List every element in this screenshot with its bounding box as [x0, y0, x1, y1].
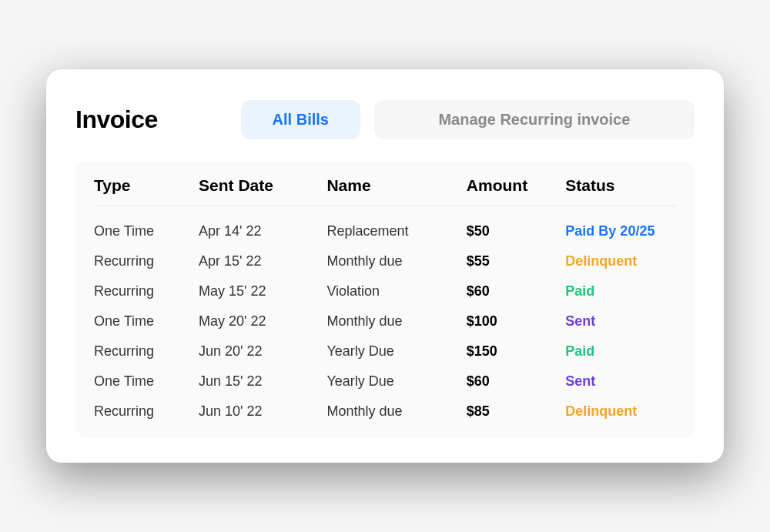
cell-amount: $55: [467, 239, 566, 269]
table-row[interactable]: RecurringMay 15' 22Violation$60Paid: [94, 269, 676, 299]
tab-manage-recurring[interactable]: Manage Recurring invoice: [374, 100, 695, 139]
cell-sent-date: Jun 15' 22: [199, 360, 326, 390]
table-row[interactable]: One TimeMay 20' 22Monthly due$100Sent: [94, 299, 676, 330]
cell-type: Recurring: [94, 330, 199, 360]
invoice-table: Type Sent Date Name Amount Status One Ti…: [94, 176, 676, 420]
table-row[interactable]: RecurringJun 20' 22Yearly Due$150Paid: [94, 330, 676, 360]
cell-sent-date: Jun 20' 22: [199, 330, 326, 360]
table-header-row: Type Sent Date Name Amount Status: [94, 176, 676, 206]
cell-name: Yearly Due: [326, 360, 466, 390]
cell-name: Monthly due: [326, 239, 466, 269]
cell-status: Delinquent: [565, 239, 676, 269]
cell-amount: $85: [467, 390, 566, 420]
cell-name: Violation: [326, 269, 466, 299]
cell-name: Replacement: [326, 206, 466, 240]
cell-sent-date: Jun 10' 22: [199, 390, 326, 420]
table-row[interactable]: RecurringApr 15' 22Monthly due$55Delinqu…: [94, 239, 676, 269]
cell-name: Monthly due: [326, 299, 466, 330]
cell-status: Paid: [565, 330, 676, 360]
cell-type: Recurring: [94, 390, 199, 420]
cell-type: One Time: [94, 360, 199, 390]
table-row[interactable]: One TimeJun 15' 22Yearly Due$60Sent: [94, 360, 676, 390]
cell-sent-date: May 15' 22: [199, 269, 326, 299]
column-header-amount: Amount: [467, 176, 566, 206]
cell-amount: $50: [467, 206, 566, 240]
cell-status: Sent: [565, 299, 676, 330]
cell-amount: $100: [467, 299, 566, 330]
cell-type: Recurring: [94, 239, 199, 269]
page-title: Invoice: [75, 105, 158, 134]
table-row[interactable]: RecurringJun 10' 22Monthly due$85Delinqu…: [94, 390, 676, 420]
cell-amount: $60: [467, 269, 566, 299]
cell-sent-date: Apr 15' 22: [199, 239, 326, 269]
cell-amount: $60: [467, 360, 566, 390]
cell-sent-date: May 20' 22: [199, 299, 326, 330]
cell-name: Yearly Due: [326, 330, 466, 360]
cell-type: One Time: [94, 299, 199, 330]
cell-amount: $150: [467, 330, 566, 360]
table-row[interactable]: One TimeApr 14' 22Replacement$50Paid By …: [94, 206, 676, 240]
invoice-table-container: Type Sent Date Name Amount Status One Ti…: [75, 161, 695, 438]
column-header-name: Name: [326, 176, 466, 206]
column-header-status: Status: [565, 176, 676, 206]
cell-type: Recurring: [94, 269, 199, 299]
cell-status: Delinquent: [565, 390, 676, 420]
cell-status: Sent: [565, 360, 676, 390]
column-header-sent-date: Sent Date: [199, 176, 326, 206]
cell-name: Monthly due: [326, 390, 466, 420]
header: Invoice All Bills Manage Recurring invoi…: [75, 100, 695, 139]
cell-status: Paid: [565, 269, 676, 299]
cell-sent-date: Apr 14' 22: [199, 206, 326, 240]
cell-type: One Time: [94, 206, 199, 240]
tab-all-bills[interactable]: All Bills: [241, 100, 360, 139]
column-header-type: Type: [94, 176, 199, 206]
invoice-card: Invoice All Bills Manage Recurring invoi…: [46, 69, 724, 463]
cell-status: Paid By 20/25: [565, 206, 676, 240]
